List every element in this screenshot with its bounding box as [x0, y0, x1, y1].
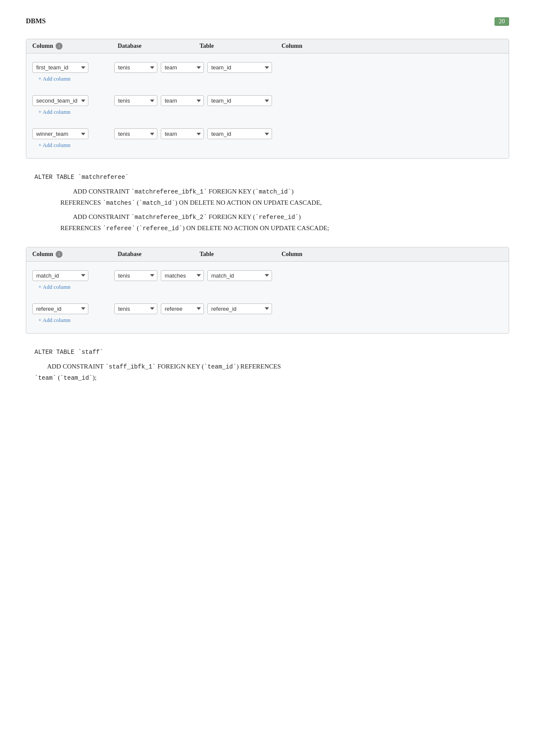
fk-box-2-row1-col-select[interactable]: match_id — [32, 270, 88, 281]
fk-constraint-box-2: Column i Database Table Column match_id … — [26, 247, 509, 334]
sql-block-1: ALTER TABLE `matchreferee` ADD CONSTRAIN… — [26, 172, 509, 234]
sql-2-line2: ADD CONSTRAINT `staff_ibfk_1` FOREIGN KE… — [34, 361, 501, 384]
fk-box-1-row1-db-select[interactable]: tenis — [114, 62, 157, 73]
fk-box-1-add-col-1[interactable]: + Add column — [32, 73, 503, 82]
fk-box-2-db-header: Database — [114, 251, 196, 258]
fk-constraint-box-1: Column i Database Table Column first_tea… — [26, 39, 509, 159]
fk-box-1-info-icon[interactable]: i — [56, 43, 63, 50]
fk-box-2-section-2: referee_id tenis referee referee_id + Ad… — [26, 295, 509, 328]
sql-block-2: ALTER TABLE `staff` ADD CONSTRAINT `staf… — [26, 347, 509, 383]
fk-box-2-add-col-2[interactable]: + Add column — [32, 314, 503, 324]
fk-box-1-row1-table-select[interactable]: team — [161, 62, 204, 73]
fk-box-1-section-1: first_team_id tenis team team_id + Add c… — [26, 53, 509, 87]
fk-box-2-row-2: referee_id tenis referee referee_id — [32, 299, 503, 314]
fk-box-1-row3-column-select[interactable]: team_id — [207, 128, 272, 139]
fk-box-2-row2-table-select[interactable]: referee — [161, 303, 204, 314]
page-number: 20 — [494, 17, 509, 26]
fk-box-1-row-2: second_team_id tenis team team_id — [32, 91, 503, 106]
fk-box-2-row1-column-select[interactable]: match_id — [207, 270, 272, 281]
fk-box-2-header: Column i Database Table Column — [26, 247, 509, 262]
fk-box-1-add-col-2[interactable]: + Add column — [32, 106, 503, 116]
fk-box-1-col-header: Column — [278, 43, 360, 50]
fk-box-2-row-1: match_id tenis matches match_id — [32, 266, 503, 281]
fk-box-1-column-label: Column — [32, 43, 53, 50]
fk-box-1-row-1: first_team_id tenis team team_id — [32, 58, 503, 73]
page-title: DBMS — [26, 17, 46, 25]
fk-box-1-db-header: Database — [114, 43, 196, 50]
fk-box-2-add-col-1[interactable]: + Add column — [32, 281, 503, 291]
fk-box-2-column-label: Column — [32, 251, 53, 258]
fk-box-1-header: Column i Database Table Column — [26, 39, 509, 53]
fk-box-2-row1-table-select[interactable]: matches — [161, 270, 204, 281]
fk-box-2-section-1: match_id tenis matches match_id + Add co… — [26, 262, 509, 295]
fk-box-2-table-header: Table — [196, 251, 278, 258]
fk-box-1-row2-db-select[interactable]: tenis — [114, 95, 157, 106]
fk-box-1-row2-column-select[interactable]: team_id — [207, 95, 272, 106]
sql-1-line2: ADD CONSTRAINT `matchreferee_ibfk_1` FOR… — [34, 186, 501, 209]
fk-box-1-row3-table-select[interactable]: team — [161, 128, 204, 139]
fk-box-2-row2-column-select[interactable]: referee_id — [207, 303, 272, 314]
fk-box-1-row1-col-select[interactable]: first_team_id — [32, 62, 88, 73]
fk-box-1-row1-column-select[interactable]: team_id — [207, 62, 272, 73]
fk-box-2-col-header: Column — [278, 251, 360, 258]
sql-1-line1: ALTER TABLE `matchreferee` — [34, 172, 501, 183]
fk-box-1-row2-col-select[interactable]: second_team_id — [32, 95, 88, 106]
fk-box-2-info-icon[interactable]: i — [56, 251, 63, 258]
fk-box-1-row3-db-select[interactable]: tenis — [114, 128, 157, 139]
fk-box-1-row2-table-select[interactable]: team — [161, 95, 204, 106]
page-header: DBMS 20 — [26, 17, 509, 26]
sql-1-line3: ADD CONSTRAINT `matchreferee_ibfk_2` FOR… — [34, 212, 501, 234]
fk-box-1-section-3: winner_team tenis team team_id + Add col… — [26, 120, 509, 153]
fk-box-1-table-header: Table — [196, 43, 278, 50]
fk-box-2-row1-db-select[interactable]: tenis — [114, 270, 157, 281]
sql-2-line1: ALTER TABLE `staff` — [34, 347, 501, 358]
fk-box-1-row-3: winner_team tenis team team_id — [32, 124, 503, 139]
fk-box-1-add-col-3[interactable]: + Add column — [32, 139, 503, 149]
fk-box-1-section-2: second_team_id tenis team team_id + Add … — [26, 87, 509, 120]
fk-box-1-row3-col-select[interactable]: winner_team — [32, 128, 88, 139]
fk-box-2-row2-col-select[interactable]: referee_id — [32, 303, 88, 314]
fk-box-2-row2-db-select[interactable]: tenis — [114, 303, 157, 314]
